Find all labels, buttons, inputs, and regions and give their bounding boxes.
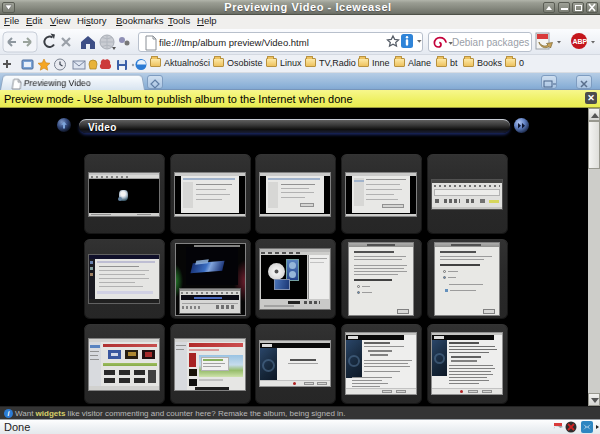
svg-text:ABP: ABP <box>573 38 588 45</box>
